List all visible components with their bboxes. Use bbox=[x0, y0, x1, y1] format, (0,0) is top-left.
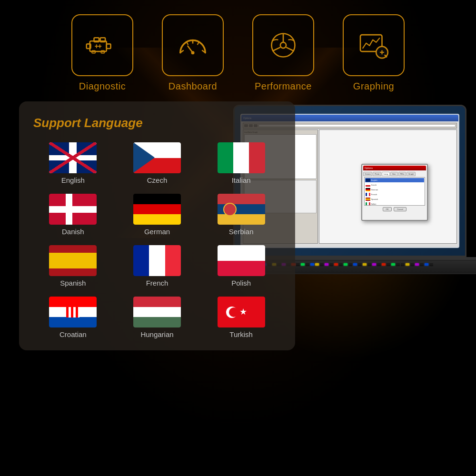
lang-name-hungarian: Hungarian bbox=[140, 330, 173, 338]
speedometer-icon bbox=[176, 29, 209, 62]
flag-english bbox=[49, 142, 97, 173]
feature-icon-box-diagnostic bbox=[71, 14, 133, 76]
flag-serbian bbox=[218, 194, 265, 225]
flag-croatian bbox=[49, 297, 97, 327]
svg-rect-2 bbox=[87, 44, 91, 49]
svg-rect-4 bbox=[100, 38, 106, 42]
lang-name-german: German bbox=[144, 228, 170, 236]
feature-label-dashboard: Dashboard bbox=[169, 81, 217, 92]
support-language-section: Support Language English bbox=[19, 101, 295, 350]
flag-italian bbox=[218, 142, 265, 173]
lang-item-english: English bbox=[33, 142, 113, 184]
feature-label-graphing: Graphing bbox=[353, 81, 394, 92]
flag-polish bbox=[218, 245, 265, 276]
lang-item-czech: Czech bbox=[118, 142, 197, 184]
feature-icon-box-graphing bbox=[343, 14, 405, 76]
lang-name-serbian: Serbian bbox=[229, 228, 254, 236]
steering-icon bbox=[267, 29, 300, 62]
support-language-title: Support Language bbox=[33, 116, 281, 130]
svg-line-20 bbox=[272, 47, 280, 51]
flag-spanish bbox=[49, 245, 97, 276]
feature-diagnostic: Diagnostic bbox=[71, 14, 133, 92]
flag-czech bbox=[133, 142, 181, 173]
svg-line-14 bbox=[198, 42, 199, 45]
svg-point-16 bbox=[191, 51, 195, 54]
language-grid: English Czech bbox=[33, 142, 281, 338]
lang-item-spanish: Spanish bbox=[33, 245, 113, 287]
flag-german bbox=[133, 194, 181, 225]
lang-name-croatian: Croatian bbox=[60, 330, 87, 338]
flag-turkish: ★ bbox=[218, 297, 265, 327]
lang-item-croatian: Croatian bbox=[33, 297, 113, 338]
svg-rect-1 bbox=[107, 44, 111, 49]
lang-item-polish: Polish bbox=[201, 245, 281, 287]
lang-name-french: French bbox=[146, 279, 169, 287]
lang-item-german: German bbox=[118, 194, 197, 236]
graph-icon bbox=[357, 29, 390, 62]
svg-line-13 bbox=[187, 42, 188, 45]
lang-item-hungarian: Hungarian bbox=[118, 297, 197, 338]
engine-icon bbox=[86, 29, 119, 62]
svg-rect-3 bbox=[94, 38, 99, 42]
main-content: Diagnostic Dashboard bbox=[0, 0, 476, 360]
lang-name-spanish: Spanish bbox=[60, 279, 86, 287]
lang-item-serbian: Serbian bbox=[201, 194, 281, 236]
feature-label-diagnostic: Diagnostic bbox=[79, 81, 126, 92]
lang-item-italian: Italian bbox=[201, 142, 281, 184]
feature-performance: Performance bbox=[252, 14, 314, 92]
lang-name-italian: Italian bbox=[232, 176, 251, 184]
feature-icon-box-performance bbox=[252, 14, 314, 76]
lang-item-french: French bbox=[118, 245, 197, 287]
feature-dashboard: Dashboard bbox=[162, 14, 224, 92]
svg-line-21 bbox=[286, 47, 294, 51]
lang-name-turkish: Turkish bbox=[229, 330, 253, 338]
lang-item-danish: Danish bbox=[33, 194, 113, 236]
flag-french bbox=[133, 245, 181, 276]
lang-name-polish: Polish bbox=[231, 279, 251, 287]
feature-graphing: Graphing bbox=[343, 14, 405, 92]
flag-hungarian bbox=[133, 297, 181, 327]
lang-name-czech: Czech bbox=[147, 176, 168, 184]
feature-icon-box-dashboard bbox=[162, 14, 224, 76]
features-row: Diagnostic Dashboard bbox=[19, 14, 457, 92]
flag-danish bbox=[49, 194, 97, 225]
svg-point-18 bbox=[280, 42, 286, 48]
lang-name-english: English bbox=[61, 176, 85, 184]
feature-label-performance: Performance bbox=[255, 81, 312, 92]
lang-item-turkish: ★ Turkish bbox=[201, 297, 281, 338]
lang-name-danish: Danish bbox=[62, 228, 84, 236]
